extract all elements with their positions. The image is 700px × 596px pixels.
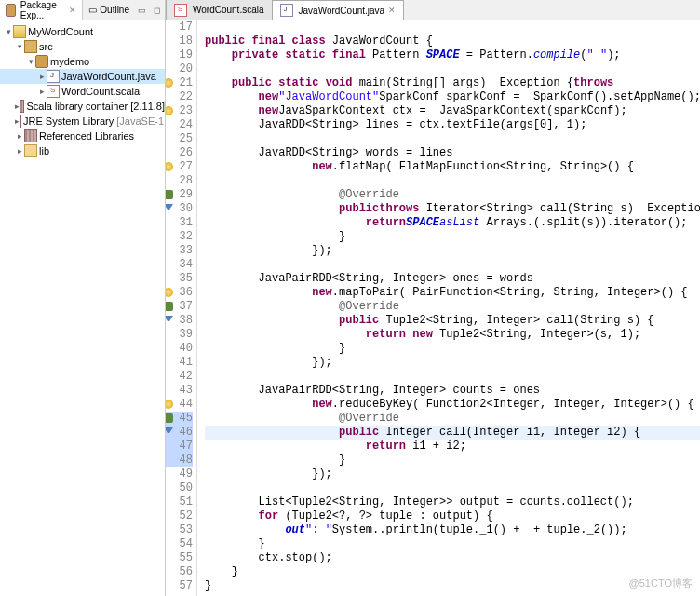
library-icon xyxy=(20,100,24,113)
tree-file-scala[interactable]: ▸WordCount.scala xyxy=(0,84,165,99)
code-content[interactable]: public final class JavaWordCount { priva… xyxy=(197,20,700,596)
src-folder-icon xyxy=(24,40,37,53)
package-explorer-view: Package Exp... ✕ ▭ Outline ▭ ◻ ▾MyWordCo… xyxy=(0,0,166,596)
java-file-icon xyxy=(47,70,60,83)
tree-file-java[interactable]: ▸JavaWordCount.java xyxy=(0,69,165,84)
folder-icon xyxy=(24,144,37,157)
side-tab-bar: Package Exp... ✕ ▭ Outline ▭ ◻ xyxy=(0,0,165,20)
scala-file-icon xyxy=(174,4,187,17)
tab-package-explorer[interactable]: Package Exp... ✕ xyxy=(0,0,83,20)
code-editor[interactable]: 1718192021222324252627282930313233343536… xyxy=(166,20,700,596)
side-toolbar: ▭ ◻ xyxy=(135,4,165,17)
editor-tab-bar: WordCount.scala JavaWordCount.java ✕ xyxy=(166,0,700,20)
line-number-gutter: 1718192021222324252627282930313233343536… xyxy=(166,20,197,596)
scala-file-icon xyxy=(47,85,60,98)
tab-label: Package Exp... xyxy=(20,0,66,20)
tree-lib-folder[interactable]: ▸lib xyxy=(0,143,165,158)
outline-icon: ▭ xyxy=(88,5,97,15)
maximize-icon[interactable]: ◻ xyxy=(150,4,163,17)
package-icon xyxy=(6,4,16,17)
tree-ref-lib[interactable]: ▸Referenced Libraries xyxy=(0,129,165,143)
close-icon[interactable]: ✕ xyxy=(388,6,396,15)
ide-root: Package Exp... ✕ ▭ Outline ▭ ◻ ▾MyWordCo… xyxy=(0,0,700,596)
project-tree[interactable]: ▾MyWordCount ▾src ▾mydemo ▸JavaWordCount… xyxy=(0,20,165,596)
tab-label: Outline xyxy=(100,5,129,15)
tab-outline[interactable]: ▭ Outline xyxy=(83,0,135,20)
editor-tab-label: JavaWordCount.java xyxy=(299,6,385,16)
editor-area: WordCount.scala JavaWordCount.java ✕ 171… xyxy=(166,0,700,596)
project-icon xyxy=(13,25,26,38)
close-icon[interactable]: ✕ xyxy=(69,6,76,15)
editor-tab-java[interactable]: JavaWordCount.java ✕ xyxy=(272,0,405,20)
tree-package[interactable]: ▾mydemo xyxy=(0,54,165,69)
library-icon xyxy=(24,129,37,142)
tree-scala-lib[interactable]: ▸Scala library container [2.11.8] xyxy=(0,99,165,114)
tree-project[interactable]: ▾MyWordCount xyxy=(0,24,165,39)
tree-src[interactable]: ▾src xyxy=(0,39,165,54)
tree-jre-lib[interactable]: ▸JRE System Library [JavaSE-1.7] xyxy=(0,114,165,129)
editor-tab-label: WordCount.scala xyxy=(193,5,264,15)
package-icon xyxy=(35,55,48,68)
editor-tab-scala[interactable]: WordCount.scala xyxy=(166,0,273,20)
minimize-icon[interactable]: ▭ xyxy=(135,4,148,17)
java-file-icon xyxy=(280,4,293,17)
library-icon xyxy=(20,115,21,128)
